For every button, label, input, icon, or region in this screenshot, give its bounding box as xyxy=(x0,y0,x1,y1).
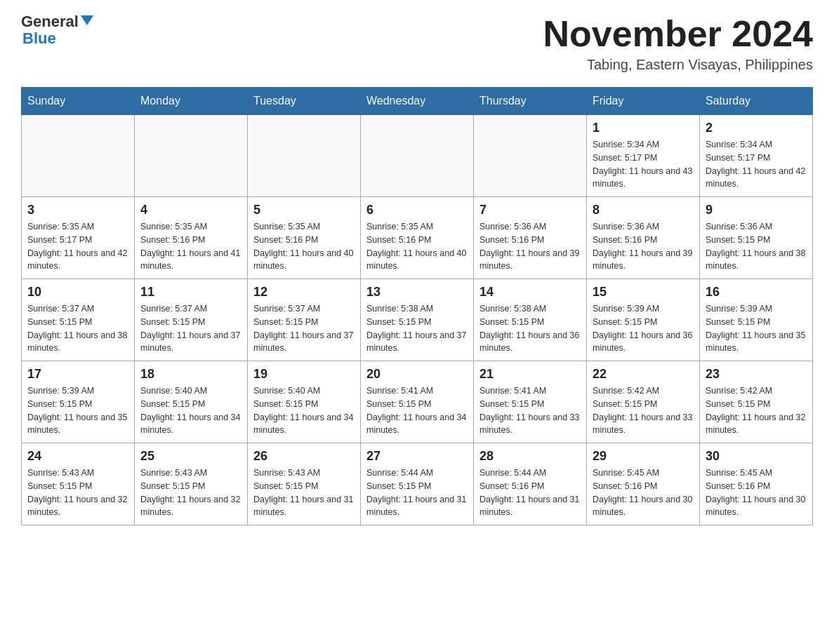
calendar-cell: 22Sunrise: 5:42 AMSunset: 5:15 PMDayligh… xyxy=(587,361,700,443)
day-info: Sunrise: 5:43 AMSunset: 5:15 PMDaylight:… xyxy=(27,467,128,519)
day-number: 21 xyxy=(479,367,581,382)
day-info: Sunrise: 5:45 AMSunset: 5:16 PMDaylight:… xyxy=(706,467,807,519)
day-info: Sunrise: 5:37 AMSunset: 5:15 PMDaylight:… xyxy=(253,302,355,355)
calendar-cell: 3Sunrise: 5:35 AMSunset: 5:17 PMDaylight… xyxy=(22,197,135,279)
calendar-cell: 10Sunrise: 5:37 AMSunset: 5:15 PMDayligh… xyxy=(22,279,135,361)
day-info: Sunrise: 5:35 AMSunset: 5:17 PMDaylight:… xyxy=(27,220,128,273)
day-info: Sunrise: 5:39 AMSunset: 5:15 PMDaylight:… xyxy=(27,384,128,437)
day-info: Sunrise: 5:35 AMSunset: 5:16 PMDaylight:… xyxy=(140,220,241,273)
day-number: 20 xyxy=(366,367,468,382)
day-info: Sunrise: 5:42 AMSunset: 5:15 PMDaylight:… xyxy=(593,384,694,437)
calendar-cell: 9Sunrise: 5:36 AMSunset: 5:15 PMDaylight… xyxy=(700,197,813,279)
calendar-cell: 23Sunrise: 5:42 AMSunset: 5:15 PMDayligh… xyxy=(700,361,813,443)
col-monday: Monday xyxy=(135,88,248,115)
calendar-cell xyxy=(22,115,135,197)
calendar-cell xyxy=(248,115,361,197)
day-info: Sunrise: 5:35 AMSunset: 5:16 PMDaylight:… xyxy=(366,220,468,273)
calendar-cell: 14Sunrise: 5:38 AMSunset: 5:15 PMDayligh… xyxy=(474,279,587,361)
col-tuesday: Tuesday xyxy=(248,88,361,115)
calendar-cell: 1Sunrise: 5:34 AMSunset: 5:17 PMDaylight… xyxy=(587,115,700,197)
day-info: Sunrise: 5:36 AMSunset: 5:15 PMDaylight:… xyxy=(706,220,807,273)
calendar-cell xyxy=(361,115,474,197)
day-info: Sunrise: 5:35 AMSunset: 5:16 PMDaylight:… xyxy=(253,220,355,273)
calendar-cell: 7Sunrise: 5:36 AMSunset: 5:16 PMDaylight… xyxy=(474,197,587,279)
week-row-1: 1Sunrise: 5:34 AMSunset: 5:17 PMDaylight… xyxy=(22,115,813,197)
col-thursday: Thursday xyxy=(474,88,587,115)
day-number: 28 xyxy=(479,449,581,464)
calendar-cell: 16Sunrise: 5:39 AMSunset: 5:15 PMDayligh… xyxy=(700,279,813,361)
week-row-5: 24Sunrise: 5:43 AMSunset: 5:15 PMDayligh… xyxy=(22,443,813,525)
calendar-cell: 17Sunrise: 5:39 AMSunset: 5:15 PMDayligh… xyxy=(22,361,135,443)
calendar-cell: 26Sunrise: 5:43 AMSunset: 5:15 PMDayligh… xyxy=(248,443,361,525)
calendar-cell: 25Sunrise: 5:43 AMSunset: 5:15 PMDayligh… xyxy=(135,443,248,525)
day-number: 27 xyxy=(366,449,468,464)
day-info: Sunrise: 5:41 AMSunset: 5:15 PMDaylight:… xyxy=(366,384,468,437)
day-info: Sunrise: 5:45 AMSunset: 5:16 PMDaylight:… xyxy=(593,467,694,519)
day-number: 6 xyxy=(366,203,468,217)
calendar-cell: 13Sunrise: 5:38 AMSunset: 5:15 PMDayligh… xyxy=(361,279,474,361)
day-info: Sunrise: 5:40 AMSunset: 5:15 PMDaylight:… xyxy=(140,384,241,437)
day-number: 25 xyxy=(140,449,241,464)
day-info: Sunrise: 5:41 AMSunset: 5:15 PMDaylight:… xyxy=(479,384,581,437)
calendar-cell: 28Sunrise: 5:44 AMSunset: 5:16 PMDayligh… xyxy=(474,443,587,525)
calendar-cell: 19Sunrise: 5:40 AMSunset: 5:15 PMDayligh… xyxy=(248,361,361,443)
day-number: 11 xyxy=(140,285,241,300)
day-number: 7 xyxy=(479,203,581,217)
calendar-cell: 21Sunrise: 5:41 AMSunset: 5:15 PMDayligh… xyxy=(474,361,587,443)
day-info: Sunrise: 5:37 AMSunset: 5:15 PMDaylight:… xyxy=(27,302,128,355)
calendar-cell: 4Sunrise: 5:35 AMSunset: 5:16 PMDaylight… xyxy=(135,197,248,279)
day-info: Sunrise: 5:36 AMSunset: 5:16 PMDaylight:… xyxy=(479,220,581,273)
day-number: 9 xyxy=(706,203,807,217)
day-info: Sunrise: 5:43 AMSunset: 5:15 PMDaylight:… xyxy=(253,467,355,519)
calendar-cell xyxy=(474,115,587,197)
week-row-2: 3Sunrise: 5:35 AMSunset: 5:17 PMDaylight… xyxy=(22,197,813,279)
day-info: Sunrise: 5:34 AMSunset: 5:17 PMDaylight:… xyxy=(706,138,807,191)
day-info: Sunrise: 5:36 AMSunset: 5:16 PMDaylight:… xyxy=(593,220,694,273)
location-subtitle: Tabing, Eastern Visayas, Philippines xyxy=(543,57,813,73)
day-number: 2 xyxy=(706,121,807,135)
calendar-cell: 8Sunrise: 5:36 AMSunset: 5:16 PMDaylight… xyxy=(587,197,700,279)
day-info: Sunrise: 5:40 AMSunset: 5:15 PMDaylight:… xyxy=(253,384,355,437)
day-info: Sunrise: 5:43 AMSunset: 5:15 PMDaylight:… xyxy=(140,467,241,519)
day-number: 10 xyxy=(27,285,128,300)
col-wednesday: Wednesday xyxy=(361,88,474,115)
calendar-cell: 18Sunrise: 5:40 AMSunset: 5:15 PMDayligh… xyxy=(135,361,248,443)
day-info: Sunrise: 5:37 AMSunset: 5:15 PMDaylight:… xyxy=(140,302,241,355)
col-friday: Friday xyxy=(587,88,700,115)
day-number: 14 xyxy=(479,285,581,300)
day-number: 13 xyxy=(366,285,468,300)
logo-top-line: General xyxy=(21,14,93,29)
calendar-cell: 30Sunrise: 5:45 AMSunset: 5:16 PMDayligh… xyxy=(700,443,813,525)
logo: General Blue xyxy=(21,14,93,48)
month-title: November 2024 xyxy=(543,14,813,54)
logo-bottom-line: Blue xyxy=(21,29,56,48)
day-info: Sunrise: 5:34 AMSunset: 5:17 PMDaylight:… xyxy=(593,138,694,191)
calendar-cell: 24Sunrise: 5:43 AMSunset: 5:15 PMDayligh… xyxy=(22,443,135,525)
day-info: Sunrise: 5:39 AMSunset: 5:15 PMDaylight:… xyxy=(706,302,807,355)
day-number: 23 xyxy=(706,367,807,382)
day-number: 19 xyxy=(253,367,355,382)
day-number: 3 xyxy=(27,203,128,217)
day-number: 12 xyxy=(253,285,355,300)
calendar-table: Sunday Monday Tuesday Wednesday Thursday… xyxy=(21,87,813,525)
day-number: 15 xyxy=(593,285,694,300)
day-number: 24 xyxy=(27,449,128,464)
logo-general-text: General xyxy=(21,13,93,30)
day-number: 5 xyxy=(253,203,355,217)
calendar-cell xyxy=(135,115,248,197)
day-number: 30 xyxy=(706,449,807,464)
calendar-cell: 29Sunrise: 5:45 AMSunset: 5:16 PMDayligh… xyxy=(587,443,700,525)
logo-blue-text: Blue xyxy=(22,29,56,47)
week-row-3: 10Sunrise: 5:37 AMSunset: 5:15 PMDayligh… xyxy=(22,279,813,361)
calendar-cell: 15Sunrise: 5:39 AMSunset: 5:15 PMDayligh… xyxy=(587,279,700,361)
day-number: 29 xyxy=(593,449,694,464)
day-info: Sunrise: 5:38 AMSunset: 5:15 PMDaylight:… xyxy=(366,302,468,355)
col-sunday: Sunday xyxy=(22,88,135,115)
day-number: 1 xyxy=(593,121,694,135)
day-info: Sunrise: 5:38 AMSunset: 5:15 PMDaylight:… xyxy=(479,302,581,355)
title-area: November 2024 Tabing, Eastern Visayas, P… xyxy=(543,14,813,73)
logo-triangle-icon xyxy=(81,15,93,25)
day-info: Sunrise: 5:44 AMSunset: 5:16 PMDaylight:… xyxy=(479,467,581,519)
day-info: Sunrise: 5:39 AMSunset: 5:15 PMDaylight:… xyxy=(593,302,694,355)
day-number: 4 xyxy=(140,203,241,217)
